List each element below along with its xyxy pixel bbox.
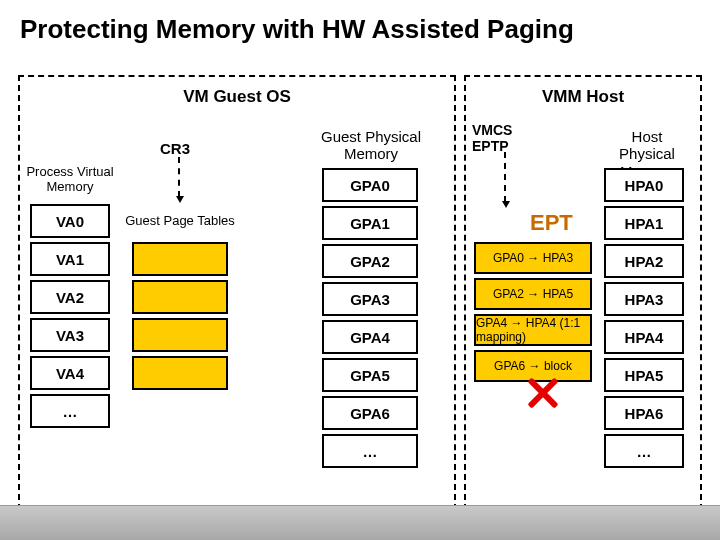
va-cell: VA3	[30, 318, 110, 352]
label-ept: EPT	[530, 210, 573, 236]
gpa-cell: GPA2	[322, 244, 418, 278]
gpa-cell: GPA3	[322, 282, 418, 316]
panel-heading-right: VMM Host	[466, 87, 700, 107]
hpa-cell: HPA0	[604, 168, 684, 202]
column-ept-entries: GPA0 → HPA3 GPA2 → HPA5 GPA4 → HPA4 (1:1…	[474, 242, 592, 386]
label-process-virtual-memory: Process Virtual Memory	[20, 165, 120, 195]
gpt-cell	[132, 356, 228, 390]
footer-strip	[0, 505, 720, 540]
ept-entry-cell: GPA0 → HPA3	[474, 242, 592, 274]
panel-heading-left: VM Guest OS	[20, 87, 454, 107]
page-title: Protecting Memory with HW Assisted Pagin…	[20, 14, 574, 45]
va-cell: VA1	[30, 242, 110, 276]
hpa-cell: HPA2	[604, 244, 684, 278]
gpa-cell: GPA1	[322, 206, 418, 240]
label-guest-physical-memory: Guest Physical Memory	[316, 128, 426, 163]
column-guest-page-tables	[132, 204, 228, 394]
hpa-cell: HPA5	[604, 358, 684, 392]
ept-entry-cell: GPA4 → HPA4 (1:1 mapping)	[474, 314, 592, 346]
hpa-cell: …	[604, 434, 684, 468]
blocked-cross-icon	[528, 380, 554, 406]
gpt-cell	[132, 242, 228, 276]
gpa-cell: GPA6	[322, 396, 418, 430]
hpa-cell: HPA4	[604, 320, 684, 354]
column-gpa: GPA0 GPA1 GPA2 GPA3 GPA4 GPA5 GPA6 …	[322, 168, 418, 472]
label-cr3: CR3	[135, 140, 215, 157]
ept-entry-cell: GPA2 → HPA5	[474, 278, 592, 310]
label-vmcs-eptp: VMCS EPTP	[472, 122, 532, 154]
gpa-cell: GPA0	[322, 168, 418, 202]
ept-entry-cell: GPA6 → block	[474, 350, 592, 382]
arrow-vmcs-to-ept-icon	[504, 152, 506, 202]
arrow-cr3-to-gpt-icon	[178, 157, 180, 197]
va-cell: VA0	[30, 204, 110, 238]
gpa-cell: GPA4	[322, 320, 418, 354]
gpt-header-spacer	[132, 204, 228, 238]
va-cell: VA4	[30, 356, 110, 390]
gpt-cell	[132, 280, 228, 314]
gpa-cell: …	[322, 434, 418, 468]
va-cell: …	[30, 394, 110, 428]
va-cell: VA2	[30, 280, 110, 314]
gpt-cell	[132, 318, 228, 352]
hpa-cell: HPA3	[604, 282, 684, 316]
hpa-cell: HPA1	[604, 206, 684, 240]
column-va: VA0 VA1 VA2 VA3 VA4 …	[30, 204, 110, 432]
hpa-cell: HPA6	[604, 396, 684, 430]
gpa-cell: GPA5	[322, 358, 418, 392]
column-hpa: HPA0 HPA1 HPA2 HPA3 HPA4 HPA5 HPA6 …	[604, 168, 684, 472]
slide: Protecting Memory with HW Assisted Pagin…	[0, 0, 720, 540]
